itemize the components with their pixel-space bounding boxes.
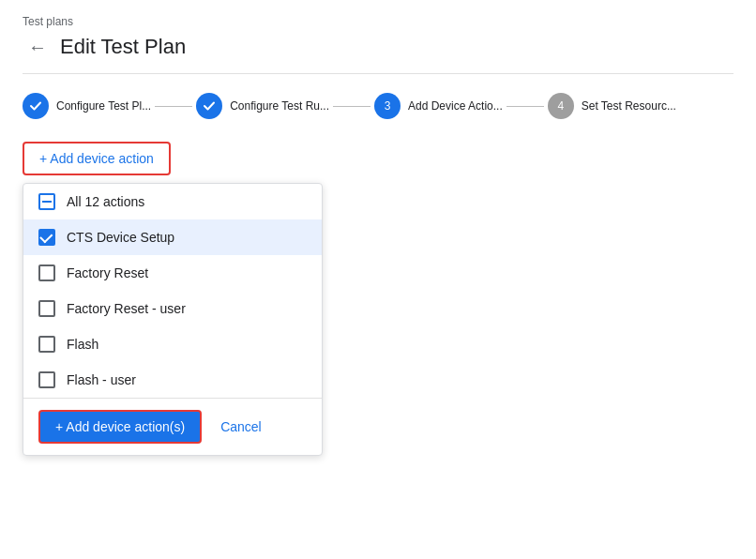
dropdown-item-flash[interactable]: Flash <box>23 326 322 362</box>
step-circle-3: 3 <box>374 93 401 119</box>
actions-dropdown: All 12 actionsCTS Device SetupFactory Re… <box>23 183 323 456</box>
dropdown-item-flash_user[interactable]: Flash - user <box>23 362 322 398</box>
step-3: 3Add Device Actio... <box>374 93 503 119</box>
dropdown-item-label-all: All 12 actions <box>67 194 144 209</box>
back-button[interactable]: ← <box>23 32 53 62</box>
checkbox-all <box>38 193 55 210</box>
dropdown-item-factory_reset_user[interactable]: Factory Reset - user <box>23 291 322 326</box>
step-connector-1 <box>155 106 192 107</box>
step-label-2: Configure Test Ru... <box>230 99 329 113</box>
checkbox-factory_reset_user <box>38 300 55 317</box>
header-divider <box>23 73 733 74</box>
dropdown-item-factory_reset[interactable]: Factory Reset <box>23 255 322 291</box>
dropdown-item-cts[interactable]: CTS Device Setup <box>23 219 322 255</box>
cancel-button[interactable]: Cancel <box>217 412 265 442</box>
checkbox-flash_user <box>38 371 55 388</box>
header-row: ← Edit Test Plan <box>23 32 733 62</box>
add-device-action-button[interactable]: + Add device action <box>23 142 171 175</box>
dropdown-item-all[interactable]: All 12 actions <box>23 184 322 219</box>
dropdown-list: All 12 actionsCTS Device SetupFactory Re… <box>23 184 322 398</box>
step-label-3: Add Device Actio... <box>408 99 503 113</box>
step-label-1: Configure Test Pl... <box>56 99 151 113</box>
step-4: 4Set Test Resourc... <box>548 93 676 119</box>
breadcrumb: Test plans <box>23 15 733 28</box>
step-connector-2 <box>333 106 370 107</box>
main-content: + Add device action All 12 actionsCTS De… <box>23 142 733 175</box>
dropdown-item-label-flash_user: Flash - user <box>67 372 136 387</box>
checkbox-factory_reset <box>38 264 55 281</box>
step-circle-4: 4 <box>548 93 574 119</box>
add-action-submit-button[interactable]: + Add device action(s) <box>38 410 202 444</box>
page-title: Edit Test Plan <box>60 35 186 59</box>
dropdown-item-label-cts: CTS Device Setup <box>67 230 174 245</box>
dropdown-item-label-factory_reset_user: Factory Reset - user <box>67 301 186 316</box>
step-label-4: Set Test Resourc... <box>582 99 676 113</box>
step-connector-3 <box>507 106 544 107</box>
step-1: Configure Test Pl... <box>23 93 151 119</box>
step-circle-1 <box>23 93 49 119</box>
dropdown-item-label-factory_reset: Factory Reset <box>67 265 148 280</box>
checkbox-cts <box>38 229 55 246</box>
dropdown-footer: + Add device action(s) Cancel <box>23 398 322 455</box>
checkbox-flash <box>38 336 55 353</box>
stepper: Configure Test Pl...Configure Test Ru...… <box>23 93 733 119</box>
step-circle-2 <box>196 93 222 119</box>
dropdown-item-label-flash: Flash <box>67 337 98 352</box>
step-2: Configure Test Ru... <box>196 93 329 119</box>
